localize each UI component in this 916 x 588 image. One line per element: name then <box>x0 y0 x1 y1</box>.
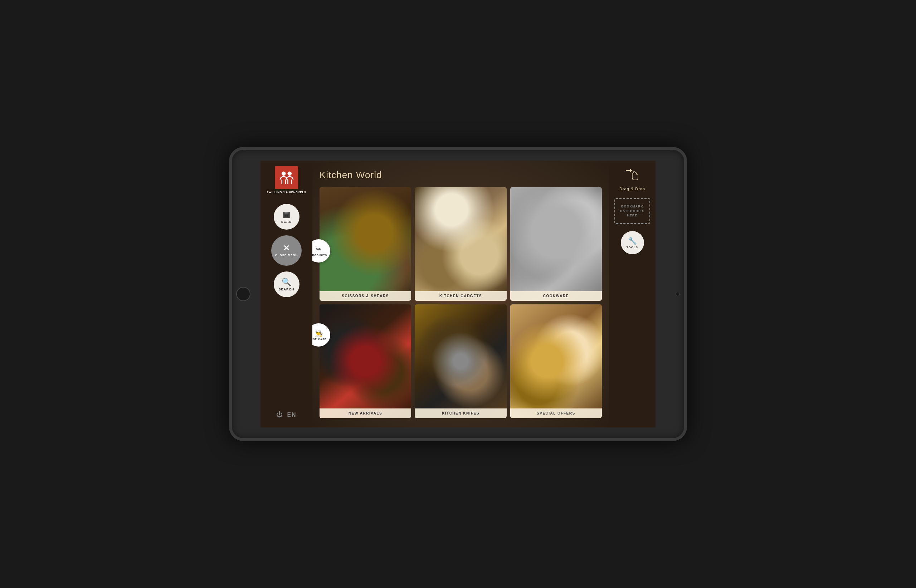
products-label: PRODUCTS <box>312 254 327 257</box>
tools-label: TOOLS <box>626 246 638 249</box>
drag-drop-label: Drag & Drop <box>619 187 645 191</box>
scan-icon: ▦ <box>283 210 291 219</box>
language-selector[interactable]: EN <box>287 412 296 418</box>
products-icon: ✏ <box>316 246 321 253</box>
close-icon: ✕ <box>283 244 290 253</box>
drag-drop-section: Drag & Drop <box>619 168 645 191</box>
search-button[interactable]: 🔍 SEARCH <box>274 271 299 297</box>
search-icon: 🔍 <box>282 278 291 287</box>
bookmark-label: BOOKMARK CATEGORIES HERE <box>620 205 645 217</box>
brand-name: ZWILLING J.A.HENCKELS <box>267 191 306 194</box>
svg-point-1 <box>287 171 291 176</box>
sidebar: ZWILLING J.A.HENCKELS ▦ SCAN ✕ CLOSE MEN… <box>261 161 312 427</box>
logo-container: ZWILLING J.A.HENCKELS <box>267 166 306 194</box>
camera-dot <box>676 292 680 296</box>
bookmark-drop-zone[interactable]: BOOKMARK CATEGORIES HERE <box>614 198 650 224</box>
tools-icon: 🔧 <box>628 236 637 245</box>
sidebar-bottom: ⏻ EN <box>276 411 296 422</box>
grid-label-arrivals: NEW ARRIVALS <box>319 409 411 418</box>
category-grid: SCISSORS & SHEARS KITCHEN GADGETS COOKWA… <box>319 187 602 418</box>
grid-item-kitchen-knifes[interactable]: KITCHEN KNIFES <box>415 304 506 418</box>
grid-item-kitchen-gadgets[interactable]: KITCHEN GADGETS <box>415 187 506 301</box>
grid-label-offers: SPECIAL OFFERS <box>510 409 602 418</box>
grid-label-gadgets: KITCHEN GADGETS <box>415 291 506 301</box>
grid-item-cookware[interactable]: COOKWARE <box>510 187 602 301</box>
usecase-icon: 👨‍🍳 <box>315 330 323 337</box>
tablet-screen: ZWILLING J.A.HENCKELS ▦ SCAN ✕ CLOSE MEN… <box>261 161 655 427</box>
grid-item-scissors-shears[interactable]: SCISSORS & SHEARS <box>319 187 411 301</box>
grid-label-knives: KITCHEN KNIFES <box>415 409 506 418</box>
close-menu-button[interactable]: ✕ CLOSE MENU <box>271 235 302 266</box>
main-content: Kitchen World SCISSORS & SHEARS KITCHEN … <box>312 161 609 427</box>
home-button[interactable] <box>236 287 251 301</box>
grid-label-scissors: SCISSORS & SHEARS <box>319 291 411 301</box>
scan-button[interactable]: ▦ SCAN <box>274 204 299 229</box>
usecase-label: USE CASE <box>312 338 326 341</box>
power-icon[interactable]: ⏻ <box>276 411 283 418</box>
drag-drop-icon <box>625 168 639 184</box>
page-title: Kitchen World <box>319 170 602 181</box>
grid-item-special-offers[interactable]: SPECIAL OFFERS <box>510 304 602 418</box>
brand-logo <box>275 166 298 189</box>
grid-item-new-arrivals[interactable]: NEW ARRIVALS <box>319 304 411 418</box>
right-panel: Drag & Drop BOOKMARK CATEGORIES HERE 🔧 T… <box>609 161 655 427</box>
grid-label-cookware: COOKWARE <box>510 291 602 301</box>
tools-button[interactable]: 🔧 TOOLS <box>621 231 644 254</box>
svg-point-0 <box>281 171 286 176</box>
logo-svg <box>278 171 296 185</box>
tablet-frame: ZWILLING J.A.HENCKELS ▦ SCAN ✕ CLOSE MEN… <box>229 147 687 441</box>
